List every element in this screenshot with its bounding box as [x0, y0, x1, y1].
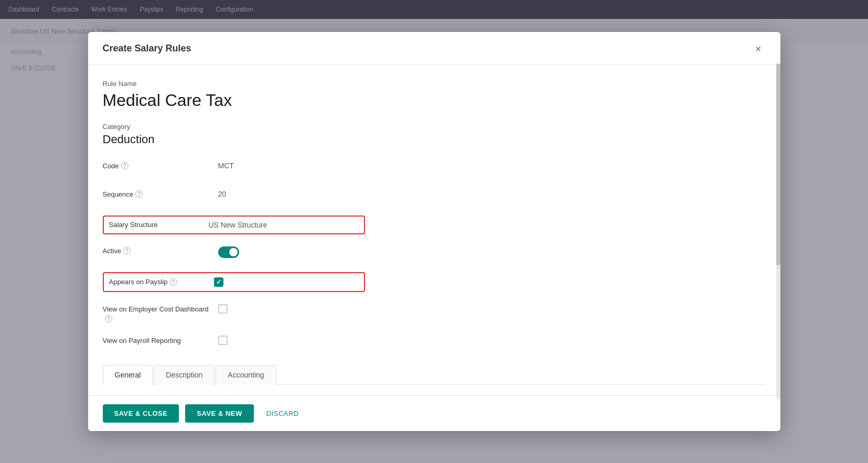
payslip-checkbox-control[interactable]	[214, 277, 223, 287]
active-toggle[interactable]	[218, 244, 766, 260]
tab-accounting[interactable]: Accounting	[216, 365, 276, 385]
employer-cost-checkbox-control[interactable]	[218, 304, 228, 314]
sequence-row: Sequence ? 20	[103, 187, 766, 206]
payroll-reporting-row: View on Payroll Reporting	[103, 333, 766, 352]
sequence-help-icon[interactable]: ?	[135, 190, 143, 198]
modal-footer: SAVE & CLOSE SAVE & NEW DISCARD	[88, 395, 780, 431]
save-new-button[interactable]: SAVE & NEW	[185, 404, 253, 423]
modal-header: Create Salary Rules ×	[88, 32, 780, 65]
discard-button[interactable]: DISCARD	[260, 404, 305, 423]
code-help-icon[interactable]: ?	[121, 162, 128, 169]
sequence-value: 20	[218, 187, 766, 198]
rule-name-value: Medical Care Tax	[103, 91, 766, 110]
category-value: Deduction	[103, 133, 766, 146]
payslip-checkbox[interactable]	[209, 277, 223, 287]
employer-cost-label: View on Employer Cost Dashboard ?	[103, 302, 218, 324]
payroll-reporting-checkbox[interactable]	[218, 333, 766, 345]
tabs-container: General Description Accounting	[103, 364, 766, 385]
tab-general[interactable]: General	[103, 365, 153, 385]
appears-on-payslip-row: Appears on Payslip ?	[103, 272, 365, 292]
active-row: Active ?	[103, 244, 766, 263]
employer-cost-help-icon[interactable]: ?	[105, 315, 112, 322]
code-value: MCT	[218, 159, 766, 170]
salary-structure-label: Salary Structure	[109, 221, 209, 229]
salary-structure-row: Salary Structure US New Structure	[103, 216, 365, 234]
rule-name-label: Rule Name	[103, 80, 766, 88]
salary-structure-value[interactable]: US New Structure	[209, 221, 267, 229]
toggle-thumb	[229, 248, 238, 256]
code-row: Code ? MCT	[103, 159, 766, 178]
employer-cost-checkbox[interactable]	[218, 302, 766, 314]
scroll-thumb	[776, 63, 780, 265]
active-label: Active ?	[103, 244, 218, 255]
modal-backdrop: Create Salary Rules × Rule Name Medical …	[0, 0, 868, 463]
code-label: Code ?	[103, 159, 218, 170]
toggle-track	[218, 246, 239, 258]
scroll-indicator	[776, 63, 780, 400]
modal-body: Rule Name Medical Care Tax Category Dedu…	[88, 65, 780, 395]
appears-on-payslip-label: Appears on Payslip ?	[109, 278, 209, 286]
tab-description[interactable]: Description	[154, 365, 215, 385]
close-button[interactable]: ×	[751, 41, 766, 56]
payroll-reporting-checkbox-control[interactable]	[218, 336, 228, 345]
category-label: Category	[103, 123, 766, 131]
save-close-button[interactable]: SAVE & CLOSE	[103, 404, 179, 423]
create-salary-rules-modal: Create Salary Rules × Rule Name Medical …	[88, 32, 780, 431]
employer-cost-row: View on Employer Cost Dashboard ?	[103, 302, 766, 324]
payroll-reporting-label: View on Payroll Reporting	[103, 333, 218, 346]
modal-title: Create Salary Rules	[103, 43, 191, 54]
active-help-icon[interactable]: ?	[123, 247, 131, 254]
payslip-help-icon[interactable]: ?	[170, 278, 177, 286]
active-toggle-control[interactable]	[218, 246, 239, 258]
sequence-label: Sequence ?	[103, 187, 218, 198]
